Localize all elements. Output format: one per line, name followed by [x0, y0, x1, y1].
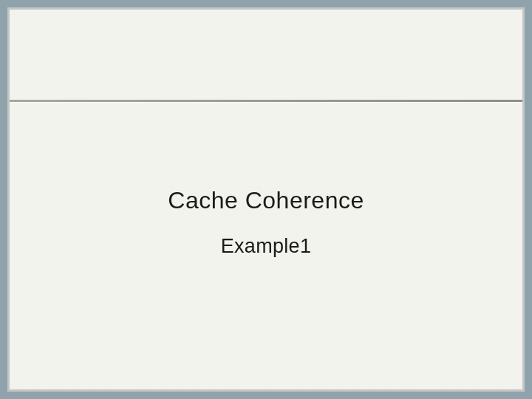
header-divider	[10, 100, 522, 102]
slide-title: Cache Coherence	[10, 187, 522, 214]
slide-canvas: Cache Coherence Example1	[10, 10, 522, 389]
slide-subtitle: Example1	[10, 235, 522, 258]
slide-outer-border: Cache Coherence Example1	[7, 7, 525, 392]
slide-content: Cache Coherence Example1	[10, 187, 522, 258]
